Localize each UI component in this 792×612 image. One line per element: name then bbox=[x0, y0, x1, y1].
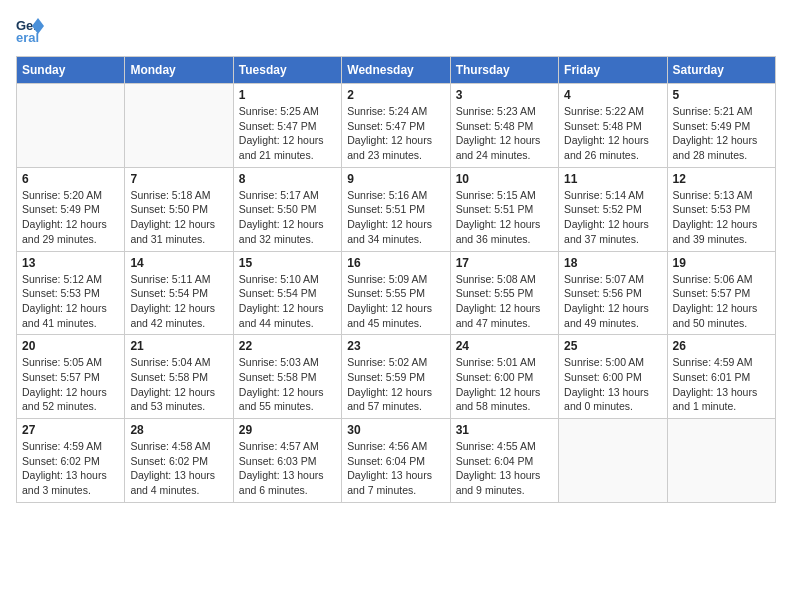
day-number: 8 bbox=[239, 172, 336, 186]
day-number: 21 bbox=[130, 339, 227, 353]
day-number: 23 bbox=[347, 339, 444, 353]
day-detail: Sunrise: 5:13 AMSunset: 5:53 PMDaylight:… bbox=[673, 188, 770, 247]
day-number: 13 bbox=[22, 256, 119, 270]
calendar-cell: 3Sunrise: 5:23 AMSunset: 5:48 PMDaylight… bbox=[450, 84, 558, 168]
day-number: 4 bbox=[564, 88, 661, 102]
day-detail: Sunrise: 5:07 AMSunset: 5:56 PMDaylight:… bbox=[564, 272, 661, 331]
calendar-cell: 12Sunrise: 5:13 AMSunset: 5:53 PMDayligh… bbox=[667, 167, 775, 251]
calendar-cell: 15Sunrise: 5:10 AMSunset: 5:54 PMDayligh… bbox=[233, 251, 341, 335]
day-number: 9 bbox=[347, 172, 444, 186]
calendar-cell: 10Sunrise: 5:15 AMSunset: 5:51 PMDayligh… bbox=[450, 167, 558, 251]
calendar-cell: 20Sunrise: 5:05 AMSunset: 5:57 PMDayligh… bbox=[17, 335, 125, 419]
calendar-week-1: 1Sunrise: 5:25 AMSunset: 5:47 PMDaylight… bbox=[17, 84, 776, 168]
day-detail: Sunrise: 4:58 AMSunset: 6:02 PMDaylight:… bbox=[130, 439, 227, 498]
day-detail: Sunrise: 5:23 AMSunset: 5:48 PMDaylight:… bbox=[456, 104, 553, 163]
day-number: 11 bbox=[564, 172, 661, 186]
calendar-cell: 27Sunrise: 4:59 AMSunset: 6:02 PMDayligh… bbox=[17, 419, 125, 503]
day-detail: Sunrise: 5:10 AMSunset: 5:54 PMDaylight:… bbox=[239, 272, 336, 331]
calendar-cell: 18Sunrise: 5:07 AMSunset: 5:56 PMDayligh… bbox=[559, 251, 667, 335]
day-header-friday: Friday bbox=[559, 57, 667, 84]
day-detail: Sunrise: 5:21 AMSunset: 5:49 PMDaylight:… bbox=[673, 104, 770, 163]
day-number: 3 bbox=[456, 88, 553, 102]
day-header-tuesday: Tuesday bbox=[233, 57, 341, 84]
day-number: 2 bbox=[347, 88, 444, 102]
day-detail: Sunrise: 5:16 AMSunset: 5:51 PMDaylight:… bbox=[347, 188, 444, 247]
day-detail: Sunrise: 5:02 AMSunset: 5:59 PMDaylight:… bbox=[347, 355, 444, 414]
day-number: 30 bbox=[347, 423, 444, 437]
day-number: 22 bbox=[239, 339, 336, 353]
calendar-week-3: 13Sunrise: 5:12 AMSunset: 5:53 PMDayligh… bbox=[17, 251, 776, 335]
day-number: 25 bbox=[564, 339, 661, 353]
day-number: 14 bbox=[130, 256, 227, 270]
calendar-cell: 6Sunrise: 5:20 AMSunset: 5:49 PMDaylight… bbox=[17, 167, 125, 251]
calendar-cell: 23Sunrise: 5:02 AMSunset: 5:59 PMDayligh… bbox=[342, 335, 450, 419]
calendar-cell: 5Sunrise: 5:21 AMSunset: 5:49 PMDaylight… bbox=[667, 84, 775, 168]
day-number: 7 bbox=[130, 172, 227, 186]
calendar-cell: 14Sunrise: 5:11 AMSunset: 5:54 PMDayligh… bbox=[125, 251, 233, 335]
calendar-cell: 26Sunrise: 4:59 AMSunset: 6:01 PMDayligh… bbox=[667, 335, 775, 419]
calendar-cell: 19Sunrise: 5:06 AMSunset: 5:57 PMDayligh… bbox=[667, 251, 775, 335]
day-detail: Sunrise: 5:04 AMSunset: 5:58 PMDaylight:… bbox=[130, 355, 227, 414]
calendar-cell bbox=[559, 419, 667, 503]
day-detail: Sunrise: 5:01 AMSunset: 6:00 PMDaylight:… bbox=[456, 355, 553, 414]
calendar-cell: 13Sunrise: 5:12 AMSunset: 5:53 PMDayligh… bbox=[17, 251, 125, 335]
day-header-monday: Monday bbox=[125, 57, 233, 84]
svg-text:eral: eral bbox=[16, 30, 39, 44]
calendar-cell: 22Sunrise: 5:03 AMSunset: 5:58 PMDayligh… bbox=[233, 335, 341, 419]
calendar-cell bbox=[17, 84, 125, 168]
calendar-cell: 16Sunrise: 5:09 AMSunset: 5:55 PMDayligh… bbox=[342, 251, 450, 335]
day-detail: Sunrise: 5:00 AMSunset: 6:00 PMDaylight:… bbox=[564, 355, 661, 414]
day-detail: Sunrise: 5:17 AMSunset: 5:50 PMDaylight:… bbox=[239, 188, 336, 247]
day-header-sunday: Sunday bbox=[17, 57, 125, 84]
day-number: 5 bbox=[673, 88, 770, 102]
calendar-cell: 21Sunrise: 5:04 AMSunset: 5:58 PMDayligh… bbox=[125, 335, 233, 419]
day-detail: Sunrise: 4:57 AMSunset: 6:03 PMDaylight:… bbox=[239, 439, 336, 498]
logo-icon: Gen eral bbox=[16, 16, 44, 44]
calendar-cell: 4Sunrise: 5:22 AMSunset: 5:48 PMDaylight… bbox=[559, 84, 667, 168]
day-detail: Sunrise: 5:11 AMSunset: 5:54 PMDaylight:… bbox=[130, 272, 227, 331]
day-detail: Sunrise: 5:24 AMSunset: 5:47 PMDaylight:… bbox=[347, 104, 444, 163]
logo: Gen eral bbox=[16, 16, 48, 44]
day-number: 31 bbox=[456, 423, 553, 437]
day-number: 27 bbox=[22, 423, 119, 437]
page-header: Gen eral bbox=[16, 16, 776, 44]
day-detail: Sunrise: 5:22 AMSunset: 5:48 PMDaylight:… bbox=[564, 104, 661, 163]
day-detail: Sunrise: 5:25 AMSunset: 5:47 PMDaylight:… bbox=[239, 104, 336, 163]
day-detail: Sunrise: 5:12 AMSunset: 5:53 PMDaylight:… bbox=[22, 272, 119, 331]
day-detail: Sunrise: 4:56 AMSunset: 6:04 PMDaylight:… bbox=[347, 439, 444, 498]
calendar-cell: 7Sunrise: 5:18 AMSunset: 5:50 PMDaylight… bbox=[125, 167, 233, 251]
day-number: 18 bbox=[564, 256, 661, 270]
calendar-cell: 17Sunrise: 5:08 AMSunset: 5:55 PMDayligh… bbox=[450, 251, 558, 335]
day-detail: Sunrise: 4:59 AMSunset: 6:02 PMDaylight:… bbox=[22, 439, 119, 498]
calendar: SundayMondayTuesdayWednesdayThursdayFrid… bbox=[16, 56, 776, 503]
calendar-cell: 9Sunrise: 5:16 AMSunset: 5:51 PMDaylight… bbox=[342, 167, 450, 251]
day-number: 20 bbox=[22, 339, 119, 353]
day-number: 17 bbox=[456, 256, 553, 270]
day-number: 29 bbox=[239, 423, 336, 437]
day-number: 1 bbox=[239, 88, 336, 102]
day-detail: Sunrise: 5:09 AMSunset: 5:55 PMDaylight:… bbox=[347, 272, 444, 331]
day-detail: Sunrise: 5:18 AMSunset: 5:50 PMDaylight:… bbox=[130, 188, 227, 247]
calendar-cell: 28Sunrise: 4:58 AMSunset: 6:02 PMDayligh… bbox=[125, 419, 233, 503]
calendar-header-row: SundayMondayTuesdayWednesdayThursdayFrid… bbox=[17, 57, 776, 84]
calendar-cell: 31Sunrise: 4:55 AMSunset: 6:04 PMDayligh… bbox=[450, 419, 558, 503]
calendar-week-2: 6Sunrise: 5:20 AMSunset: 5:49 PMDaylight… bbox=[17, 167, 776, 251]
day-number: 28 bbox=[130, 423, 227, 437]
day-number: 15 bbox=[239, 256, 336, 270]
day-detail: Sunrise: 5:14 AMSunset: 5:52 PMDaylight:… bbox=[564, 188, 661, 247]
calendar-cell bbox=[125, 84, 233, 168]
day-detail: Sunrise: 5:03 AMSunset: 5:58 PMDaylight:… bbox=[239, 355, 336, 414]
day-detail: Sunrise: 5:08 AMSunset: 5:55 PMDaylight:… bbox=[456, 272, 553, 331]
day-header-saturday: Saturday bbox=[667, 57, 775, 84]
day-number: 24 bbox=[456, 339, 553, 353]
day-number: 10 bbox=[456, 172, 553, 186]
day-header-thursday: Thursday bbox=[450, 57, 558, 84]
day-number: 6 bbox=[22, 172, 119, 186]
calendar-cell: 29Sunrise: 4:57 AMSunset: 6:03 PMDayligh… bbox=[233, 419, 341, 503]
day-detail: Sunrise: 5:15 AMSunset: 5:51 PMDaylight:… bbox=[456, 188, 553, 247]
calendar-cell: 1Sunrise: 5:25 AMSunset: 5:47 PMDaylight… bbox=[233, 84, 341, 168]
calendar-week-5: 27Sunrise: 4:59 AMSunset: 6:02 PMDayligh… bbox=[17, 419, 776, 503]
calendar-cell: 24Sunrise: 5:01 AMSunset: 6:00 PMDayligh… bbox=[450, 335, 558, 419]
calendar-week-4: 20Sunrise: 5:05 AMSunset: 5:57 PMDayligh… bbox=[17, 335, 776, 419]
day-detail: Sunrise: 4:55 AMSunset: 6:04 PMDaylight:… bbox=[456, 439, 553, 498]
